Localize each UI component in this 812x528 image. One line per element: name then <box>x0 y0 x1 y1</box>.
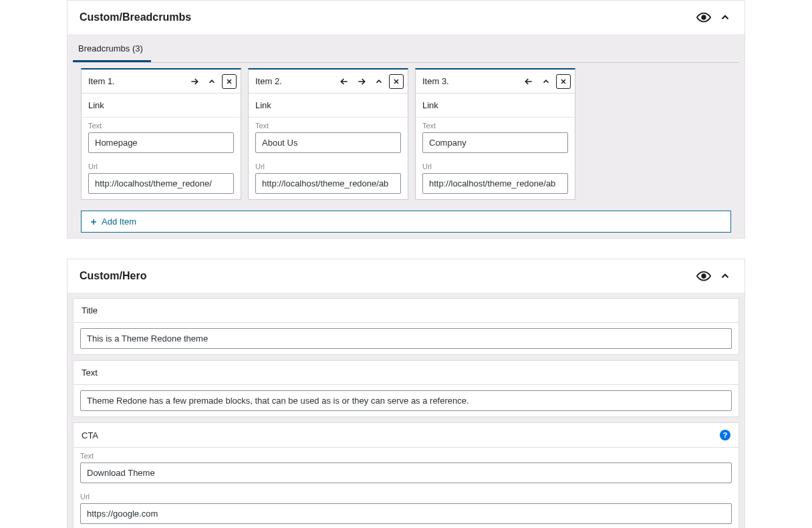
text-input[interactable] <box>80 390 732 411</box>
link-label: Link <box>249 94 408 118</box>
url-sublabel: Url <box>255 162 401 170</box>
remove-icon[interactable] <box>222 74 237 89</box>
block-actions <box>696 269 732 283</box>
add-item-button[interactable]: Add Item <box>81 211 731 233</box>
remove-icon[interactable] <box>389 74 404 89</box>
card-body: LinkTextUrl <box>82 94 241 199</box>
cta-card: CTA ? Text Url Open in new tab? <box>73 422 739 528</box>
move-left-icon[interactable] <box>521 74 536 89</box>
block-body: Title Text CTA ? Text <box>67 293 745 528</box>
item-title: Item 2. <box>255 76 282 86</box>
url-sublabel: Url <box>88 162 234 170</box>
block-body: Breadcrumbs (3) Item 1.LinkTextUrlItem 2… <box>67 34 745 238</box>
block-breadcrumbs: Custom/Breadcrumbs Breadcrumbs (3) Item … <box>67 0 745 239</box>
items-row: Item 1.LinkTextUrlItem 2.LinkTextUrlItem… <box>73 63 739 205</box>
block-header: Custom/Breadcrumbs <box>67 1 745 34</box>
field-label: CTA ? <box>74 423 738 448</box>
svg-point-0 <box>702 15 706 19</box>
remove-icon[interactable] <box>556 74 571 89</box>
text-sublabel: Text <box>255 122 401 130</box>
card-body: LinkTextUrl <box>249 94 408 199</box>
eye-icon[interactable] <box>696 269 711 283</box>
block-title: Custom/Hero <box>80 270 146 282</box>
url-input[interactable] <box>422 173 568 194</box>
title-input[interactable] <box>80 328 732 349</box>
tab-row: Breadcrumbs (3) <box>73 34 739 63</box>
cta-text-input[interactable] <box>80 463 732 483</box>
card-head: Item 1. <box>82 70 241 94</box>
card-head: Item 2. <box>249 70 408 94</box>
text-input[interactable] <box>255 132 401 153</box>
field-label: Text <box>74 361 738 385</box>
text-sublabel: Text <box>88 122 234 130</box>
text-card: Text <box>73 360 739 417</box>
item-title: Item 1. <box>88 76 115 86</box>
add-item-label: Add Item <box>102 217 136 227</box>
title-card: Title <box>73 298 739 355</box>
chevron-up-icon[interactable] <box>718 269 732 283</box>
text-sublabel: Text <box>422 122 568 130</box>
cta-label: CTA <box>82 430 98 440</box>
move-left-icon[interactable] <box>337 74 352 89</box>
item-title: Item 3. <box>422 76 449 86</box>
breadcrumb-item: Item 3.LinkTextUrl <box>415 68 575 200</box>
cta-text-field: Text <box>74 448 738 489</box>
link-label: Link <box>82 94 241 118</box>
block-title: Custom/Breadcrumbs <box>80 11 191 23</box>
eye-icon[interactable] <box>696 10 711 25</box>
cta-url-field: Url <box>74 489 738 528</box>
card-body: LinkTextUrl <box>416 94 575 199</box>
field-sublabel: Url <box>80 493 732 501</box>
field-label: Title <box>74 299 738 323</box>
collapse-icon[interactable] <box>372 74 386 89</box>
move-right-icon[interactable] <box>187 74 202 89</box>
url-input[interactable] <box>255 173 401 194</box>
cta-url-input[interactable] <box>80 503 732 524</box>
help-icon[interactable]: ? <box>720 430 730 440</box>
url-input[interactable] <box>88 173 234 194</box>
move-right-icon[interactable] <box>354 74 369 89</box>
breadcrumb-item: Item 2.LinkTextUrl <box>248 68 408 200</box>
breadcrumb-item: Item 1.LinkTextUrl <box>81 68 241 200</box>
block-actions <box>696 10 732 25</box>
collapse-icon[interactable] <box>205 74 219 89</box>
text-input[interactable] <box>88 132 234 153</box>
chevron-up-icon[interactable] <box>718 10 732 25</box>
card-head: Item 3. <box>416 70 575 94</box>
svg-point-1 <box>702 274 706 278</box>
block-hero: Custom/Hero Title Text <box>67 259 745 528</box>
block-header: Custom/Hero <box>67 259 745 293</box>
link-label: Link <box>416 94 575 118</box>
collapse-icon[interactable] <box>539 74 553 89</box>
url-sublabel: Url <box>422 162 568 170</box>
field-sublabel: Text <box>80 452 732 460</box>
tab-breadcrumbs[interactable]: Breadcrumbs (3) <box>73 34 151 62</box>
text-input[interactable] <box>422 132 568 153</box>
